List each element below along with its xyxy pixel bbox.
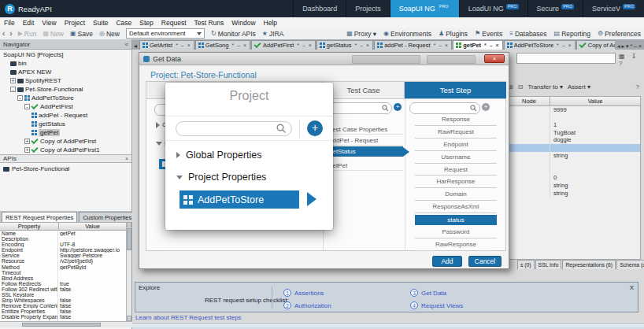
test-step-item-harresponse[interactable]: HarResponse <box>415 176 497 189</box>
property-row[interactable]: Resource/v2/pet/{petId} <box>0 258 127 264</box>
tab-controls[interactable]: * – × <box>231 43 247 48</box>
property-row[interactable]: Timeout <box>0 270 127 275</box>
help-icon[interactable]: ? <box>636 83 644 91</box>
property-row[interactable]: Description <box>0 236 127 242</box>
outline-row[interactable]: TugBoat <box>509 129 640 137</box>
collapse-panel-icon[interactable]: « <box>125 41 128 48</box>
tab-controls[interactable]: * – × <box>434 43 450 48</box>
doc-tab-copy-of-addpetfirst1[interactable]: Copy of AddPetFirst1* – × <box>576 40 615 50</box>
property-row[interactable]: Bind Address <box>0 275 127 281</box>
tab-schema-conflicts[interactable]: Schema (conflicts) <box>616 260 644 269</box>
tab-controls[interactable]: * – × <box>557 43 572 48</box>
test-case-add-icon[interactable]: + <box>394 103 402 111</box>
checklist-item-request-views[interactable]: 4Request Views <box>410 301 463 309</box>
api-item-pet-store-functional[interactable]: Pet-Store-Functional <box>0 164 131 173</box>
doc-tab-getpet[interactable]: getPet* – × <box>453 40 503 50</box>
tab-representations-6[interactable]: Representations (6) <box>562 260 616 269</box>
node-column-header[interactable]: Node <box>509 97 550 105</box>
drill-in-arrow-icon[interactable] <box>307 192 316 206</box>
tab-scroll-left-icon[interactable]: ◂ <box>132 43 139 50</box>
transfer-to-button[interactable]: Transfer to ▾ <box>527 83 563 91</box>
expand-icon[interactable]: + <box>24 147 30 153</box>
tree-item-bin[interactable]: bin <box>0 59 131 68</box>
property-row[interactable]: SSL Keystore <box>0 292 127 298</box>
tree-item-soapui-ng-projects[interactable]: SoapUI NG [Projects] <box>0 50 131 59</box>
tab-ssl-info[interactable]: SSL Info <box>535 260 562 269</box>
proxy-button[interactable]: ▦Proxy ▾ <box>343 30 379 38</box>
endpoint-input[interactable] <box>516 53 616 64</box>
test-step-item-response[interactable]: Response <box>415 113 497 126</box>
checklist-item-authorization[interactable]: 2Authorization <box>283 301 331 309</box>
test-step-item-rawrequest[interactable]: RawRequest <box>415 126 497 139</box>
test-case-item-addpet-request[interactable]: addPet - Request <box>324 135 403 146</box>
test-case-search-input[interactable] <box>326 102 392 114</box>
save-button[interactable]: ▣Save <box>67 30 96 38</box>
outline-row[interactable] <box>509 159 640 167</box>
tree-item-spotifyrest[interactable]: +SpotifyREST <box>0 76 131 85</box>
test-step-search-input[interactable] <box>409 102 480 114</box>
tree-item-copy-of-addpetfirst[interactable]: +Copy of AddPetFirst <box>0 137 131 146</box>
doc-tab-addpetfirst[interactable]: AddPetFirst* – × <box>251 40 316 50</box>
navigator-hscrollbar[interactable] <box>0 321 132 327</box>
property-row[interactable]: ServiceSwagger Petstore <box>0 253 127 258</box>
dialog-titlebar[interactable]: Get Data × <box>139 53 509 65</box>
property-row[interactable]: Disable Property Expansi...false <box>0 314 127 320</box>
product-tab-secure[interactable]: SecurePRO <box>527 0 583 17</box>
checklist-link[interactable]: Assertions <box>294 290 324 297</box>
test-step-item-responseasxml[interactable]: ResponseAsXml <box>415 201 497 213</box>
add-property-button[interactable]: + <box>307 120 323 136</box>
project-properties-section[interactable]: Project Properties <box>176 172 266 183</box>
menu-file[interactable]: File <box>0 19 19 27</box>
product-tab-loadui-ng[interactable]: LoadUI NGPRO <box>459 0 527 17</box>
tree-item-addpetfirst[interactable]: -AddPetFirst <box>0 102 131 111</box>
scroll-down-icon[interactable] <box>127 316 131 321</box>
tree-item-pet-store-functional[interactable]: -Pet-Store-Functional <box>0 85 131 94</box>
dialog-close-button[interactable]: × <box>484 54 505 63</box>
product-tab-projects[interactable]: Projects <box>346 0 390 17</box>
test-case-item-getstatus[interactable]: getStatus <box>324 146 403 157</box>
url-bar-icons[interactable]: ▦ ↧ ? <box>619 53 644 67</box>
test-step-item-status[interactable]: status <box>415 215 497 225</box>
property-column-header[interactable]: Property <box>0 223 59 230</box>
reporting-button[interactable]: ▤Reporting <box>551 30 594 38</box>
menu-suite[interactable]: Suite <box>89 19 112 27</box>
databases-button[interactable]: ≡Databases <box>506 30 550 38</box>
collapse-icon[interactable]: - <box>24 104 30 109</box>
test-step-add-icon[interactable]: + <box>482 103 490 111</box>
outline-row[interactable]: string <box>509 182 640 190</box>
menu-edit[interactable]: Edit <box>19 19 39 27</box>
events-button[interactable]: ⚑Events <box>472 30 505 38</box>
popup-search-box[interactable] <box>176 121 292 136</box>
outline-row[interactable]: string <box>509 152 640 160</box>
test-step-item-password[interactable]: Password <box>415 226 497 238</box>
outline-row[interactable] <box>509 114 640 122</box>
property-row[interactable]: Endpointhttp://petstore.swagger.io <box>0 247 127 253</box>
scroll-up-icon[interactable] <box>127 222 131 227</box>
plugins-button[interactable]: ♟Plugins <box>435 30 471 38</box>
outline-row[interactable]: 9999 <box>509 106 640 114</box>
outline-row[interactable]: 1 <box>509 121 640 129</box>
value-column-header[interactable]: Value <box>550 97 640 105</box>
outline-row[interactable] <box>509 144 640 152</box>
tab-custom-properties[interactable]: Custom Properties <box>79 212 135 222</box>
add-button[interactable]: Add <box>432 256 462 267</box>
test-step-item-endpoint[interactable]: Endpoint <box>415 139 497 151</box>
outline-row[interactable]: 0 <box>509 174 640 182</box>
doc-tab-getsong[interactable]: GetSong* – × <box>195 40 250 50</box>
property-row[interactable]: Remove Empty Contentfalse <box>0 303 127 309</box>
global-properties-section[interactable]: Global Properties <box>176 150 262 161</box>
tree-item-getpet[interactable]: getPet <box>0 128 131 137</box>
tab-rest-request-properties[interactable]: REST Request Properties <box>2 212 77 222</box>
tree-item-addpettostore[interactable]: -AddPetToStore <box>0 94 131 102</box>
menu-help[interactable]: Help <box>260 19 281 27</box>
value-column-header[interactable]: Value <box>59 223 126 230</box>
tab-controls[interactable]: * – × <box>355 43 371 48</box>
forward-icon[interactable]: › <box>7 29 14 38</box>
apis-close-icon[interactable]: × <box>125 156 128 161</box>
tree-item-addpet-request[interactable]: addPet - Request <box>0 111 131 120</box>
jira-button[interactable]: ★ JIRA <box>259 30 287 38</box>
checklist-link[interactable]: Authorization <box>294 302 331 309</box>
outline-row[interactable] <box>509 167 640 175</box>
test-step-item-rawresponse[interactable]: RawResponse <box>415 238 497 251</box>
tree-item-copy-of-addpetfirst1[interactable]: +Copy of AddPetFirst1 <box>0 146 131 154</box>
